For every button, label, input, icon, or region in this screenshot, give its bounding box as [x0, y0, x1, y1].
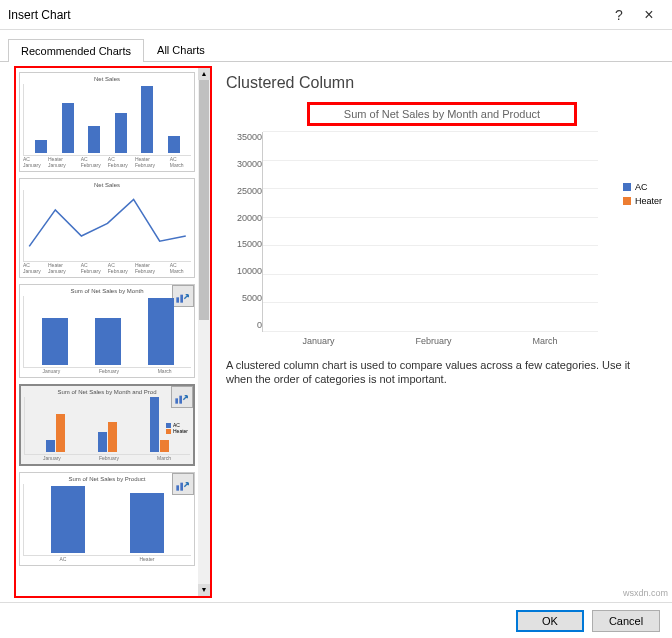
watermark: wsxdn.com: [623, 588, 668, 598]
swatch-heater: [623, 197, 631, 205]
scroll-up-icon[interactable]: ▲: [198, 68, 210, 80]
thumb-xlabels: AC JanuaryHeater JanuaryAC FebruaryAC Fe…: [23, 262, 191, 274]
thumb-sum-by-month-product[interactable]: Sum of Net Sales by Month and Prod AC He…: [19, 384, 195, 466]
tab-bar: Recommended Charts All Charts: [0, 30, 672, 62]
chart-preview-panel: Clustered Column Sum of Net Sales by Mon…: [212, 62, 672, 602]
thumb-title: Sum of Net Sales by Product: [23, 476, 191, 482]
title-bar: Insert Chart ? ×: [0, 0, 672, 30]
thumb-chart: AC Heater: [24, 397, 190, 455]
thumb-title: Sum of Net Sales by Month and Prod: [24, 389, 190, 395]
thumb-legend: AC Heater: [166, 422, 188, 434]
thumb-sum-by-product[interactable]: Sum of Net Sales by Product ACHeater: [19, 472, 195, 566]
swatch-ac: [623, 183, 631, 191]
cancel-button[interactable]: Cancel: [592, 610, 660, 632]
thumb-title: Sum of Net Sales by Month: [23, 288, 191, 294]
scroll-down-icon[interactable]: ▼: [198, 584, 210, 596]
thumb-xlabels: ACHeater: [23, 556, 191, 562]
thumb-title: Net Sales: [23, 76, 191, 82]
chart-type-title: Clustered Column: [226, 74, 658, 92]
help-icon[interactable]: ?: [604, 7, 634, 23]
tab-all-charts[interactable]: All Charts: [144, 38, 218, 61]
dialog-footer: OK Cancel: [0, 602, 672, 638]
ok-button[interactable]: OK: [516, 610, 584, 632]
thumb-xlabels: AC JanuaryHeater JanuaryAC FebruaryAC Fe…: [23, 156, 191, 168]
dialog-body: Net Sales AC JanuaryHeater JanuaryAC Feb…: [0, 62, 672, 602]
bars-region: [262, 132, 598, 332]
x-axis: January February March: [262, 336, 598, 346]
legend-item-ac: AC: [623, 182, 662, 192]
thumb-title: Net Sales: [23, 182, 191, 188]
thumb-chart: [23, 484, 191, 556]
tab-recommended-charts[interactable]: Recommended Charts: [8, 39, 144, 62]
scroll-track[interactable]: [198, 80, 210, 584]
thumb-sum-by-month[interactable]: Sum of Net Sales by Month JanuaryFebruar…: [19, 284, 195, 378]
thumb-chart: [23, 296, 191, 368]
thumb-net-sales-column[interactable]: Net Sales AC JanuaryHeater JanuaryAC Feb…: [19, 72, 195, 172]
legend: AC Heater: [623, 182, 662, 210]
chart-description: A clustered column chart is used to comp…: [226, 358, 658, 387]
chart-preview: Sum of Net Sales by Month and Product 35…: [226, 102, 658, 346]
thumbnail-list: Net Sales AC JanuaryHeater JanuaryAC Feb…: [16, 68, 198, 596]
thumb-xlabels: JanuaryFebruaryMarch: [24, 455, 190, 461]
window-title: Insert Chart: [8, 8, 604, 22]
thumb-xlabels: JanuaryFebruaryMarch: [23, 368, 191, 374]
thumb-chart: [23, 190, 191, 262]
plot-area: 35000 30000 25000 20000 15000 10000 5000…: [226, 132, 658, 332]
thumb-net-sales-line[interactable]: Net Sales AC JanuaryHeater JanuaryAC Feb…: [19, 178, 195, 278]
chart-title: Sum of Net Sales by Month and Product: [307, 102, 577, 126]
thumbnail-scrollbar[interactable]: ▲ ▼: [198, 68, 210, 596]
scroll-thumb[interactable]: [199, 80, 209, 320]
close-icon[interactable]: ×: [634, 6, 664, 24]
legend-item-heater: Heater: [623, 196, 662, 206]
recommended-thumbnails-panel: Net Sales AC JanuaryHeater JanuaryAC Feb…: [14, 66, 212, 598]
thumb-chart: [23, 84, 191, 156]
y-axis: 35000 30000 25000 20000 15000 10000 5000…: [226, 132, 262, 332]
